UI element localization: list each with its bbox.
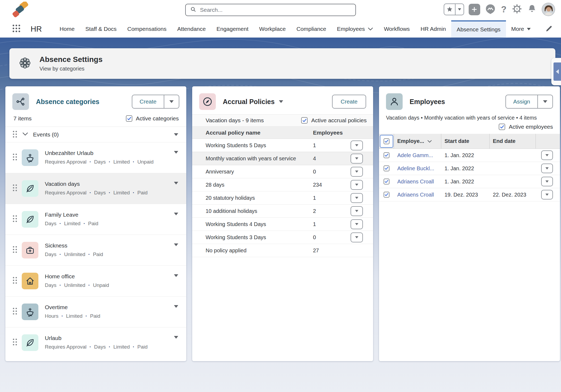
category-menu-caret[interactable] (174, 336, 178, 339)
category-menu-caret[interactable] (174, 274, 178, 277)
accrual-row[interactable]: No policy applied 27 (192, 244, 373, 257)
assign-button[interactable]: Assign (506, 95, 538, 108)
row-menu-button[interactable] (351, 193, 363, 203)
accrual-row[interactable]: Anniversary 0 (192, 165, 373, 178)
favorites-split-button[interactable] (444, 3, 464, 15)
employee-row[interactable]: Adeline Buckl... 1. Jan. 2022 (379, 162, 560, 175)
row-menu-button[interactable] (541, 190, 553, 199)
nav-item-compliance[interactable]: Compliance (291, 20, 332, 38)
drag-handle-icon[interactable] (13, 184, 17, 192)
nav-item-workflows[interactable]: Workflows (378, 20, 415, 38)
star-icon[interactable] (444, 4, 455, 15)
accrual-row[interactable]: Working Students 3 Days 0 (192, 231, 373, 244)
category-row-sickness[interactable]: Sickness DaysUnlimitedPaid (5, 235, 186, 265)
category-menu-caret[interactable] (174, 243, 178, 246)
create-category-button[interactable]: Create (132, 95, 164, 108)
category-row-overtime[interactable]: Overtime HoursLimitedPaid (5, 296, 186, 327)
events-menu-caret[interactable] (174, 133, 178, 136)
nav-item-employees[interactable]: Employees (332, 20, 378, 38)
row-checkbox[interactable] (384, 165, 389, 171)
employee-name-link[interactable]: Adriaens Croall (394, 192, 441, 198)
help-icon[interactable]: ? (501, 4, 507, 14)
nav-item-home[interactable]: Home (54, 20, 80, 38)
employee-name-link[interactable]: Adriaens Croall (394, 179, 441, 185)
row-menu-button[interactable] (351, 206, 363, 216)
accrual-row[interactable]: 10 additional holidays 2 (192, 205, 373, 218)
drag-handle-icon[interactable] (13, 277, 17, 284)
row-menu-button[interactable] (351, 219, 363, 229)
favorites-caret[interactable] (455, 4, 464, 15)
category-menu-caret[interactable] (174, 305, 178, 308)
row-menu-button[interactable] (351, 180, 363, 190)
active-categories-checkbox[interactable] (126, 115, 132, 122)
accrual-row[interactable]: Working Students 4 Days 1 (192, 218, 373, 231)
category-row-home-office[interactable]: Home office DaysUnlimitedUnpaid (5, 265, 186, 296)
employee-row[interactable]: Adriaens Croall 19. Dez. 2023 22. Dez. 2… (379, 188, 560, 201)
policy-name: No policy applied (192, 247, 313, 254)
assign-split-button[interactable]: Assign (505, 95, 553, 109)
nav-item-absence-settings[interactable]: Absence Settings (451, 20, 506, 38)
create-category-caret[interactable] (164, 95, 179, 108)
nav-item-attendance[interactable]: Attendance (172, 20, 211, 38)
nav-item-workplace[interactable]: Workplace (254, 20, 291, 38)
active-accrual-policies-checkbox[interactable] (301, 117, 308, 124)
employee-row[interactable]: Adele Gamm... 1. Jan. 2022 (379, 149, 560, 162)
employee-name-link[interactable]: Adeline Buckl... (394, 165, 441, 172)
row-checkbox[interactable] (384, 152, 389, 158)
category-menu-caret[interactable] (174, 213, 178, 215)
nav-item-hr-admin[interactable]: HR Admin (415, 20, 451, 38)
row-menu-button[interactable] (351, 167, 363, 177)
row-menu-button[interactable] (541, 164, 553, 173)
column-header-start-date[interactable]: Start date (441, 134, 490, 149)
row-menu-button[interactable] (351, 232, 363, 242)
events-group-row[interactable]: Events (0) (5, 127, 186, 142)
category-row-family-leave[interactable]: Family Leave DaysLimitedPaid (5, 204, 186, 235)
drag-handle-icon[interactable] (13, 308, 17, 315)
assign-caret[interactable] (538, 95, 552, 108)
nav-item-compensations[interactable]: Compensations (122, 20, 172, 38)
edit-pencil-icon[interactable] (545, 25, 553, 34)
column-header-end-date[interactable]: End date (490, 134, 536, 149)
category-row-unbezahlter-urlaub[interactable]: Unbezahlter Urlaub Requires ApprovalDays… (5, 142, 186, 173)
accrual-title-caret[interactable] (279, 100, 283, 103)
create-policy-button[interactable]: Create (332, 95, 366, 109)
collapse-panel-button[interactable] (553, 62, 561, 81)
accrual-row[interactable]: 20 statutory holidays 1 (192, 191, 373, 205)
row-menu-button[interactable] (541, 177, 553, 186)
drag-handle-icon[interactable] (13, 339, 17, 346)
accrual-row[interactable]: 28 days 234 (192, 178, 373, 191)
drag-handle-icon[interactable] (13, 246, 17, 253)
nav-item-staff-docs[interactable]: Staff & Docs (80, 20, 122, 38)
category-row-urlaub[interactable]: Urlaub Requires ApprovalDaysLimitedPaid (5, 327, 186, 358)
active-employees-checkbox[interactable] (499, 124, 505, 130)
accrual-row-selected[interactable]: Monthly vacation with years of service 4 (192, 152, 373, 165)
drag-handle-icon[interactable] (13, 215, 17, 223)
create-new-button[interactable] (469, 4, 480, 15)
category-row-vacation-days[interactable]: Vacation days Requires ApprovalDaysLimit… (5, 173, 186, 204)
column-header-employee[interactable]: Employe... (394, 134, 441, 149)
employee-name-link[interactable]: Adele Gamm... (394, 152, 441, 158)
notifications-bell-icon[interactable] (527, 4, 537, 15)
settings-gear-icon[interactable] (512, 3, 522, 15)
app-logo[interactable] (12, 2, 30, 20)
user-avatar[interactable] (542, 3, 555, 16)
nav-item-more[interactable]: More (506, 20, 536, 38)
employee-row[interactable]: Adriaens Croall 1. Jan. 2022 (379, 175, 560, 188)
drag-handle-icon[interactable] (13, 131, 17, 138)
drag-handle-icon[interactable] (13, 154, 17, 161)
accrual-row[interactable]: Working Students 5 Days 1 (192, 139, 373, 152)
row-checkbox[interactable] (384, 179, 389, 184)
select-all-checkbox[interactable] (384, 138, 389, 144)
chevron-down-icon[interactable] (22, 132, 28, 137)
row-menu-button[interactable] (351, 140, 363, 150)
row-menu-button[interactable] (351, 154, 363, 164)
nav-item-engagement[interactable]: Engagement (211, 20, 254, 38)
row-checkbox[interactable] (384, 192, 389, 198)
row-menu-button[interactable] (541, 150, 553, 160)
whats-new-icon[interactable] (485, 3, 496, 16)
app-grid-icon[interactable] (12, 24, 21, 34)
create-category-split-button[interactable]: Create (132, 95, 179, 109)
search-input[interactable]: Search... (185, 4, 356, 16)
category-menu-caret[interactable] (174, 182, 178, 184)
category-menu-caret[interactable] (174, 151, 178, 154)
